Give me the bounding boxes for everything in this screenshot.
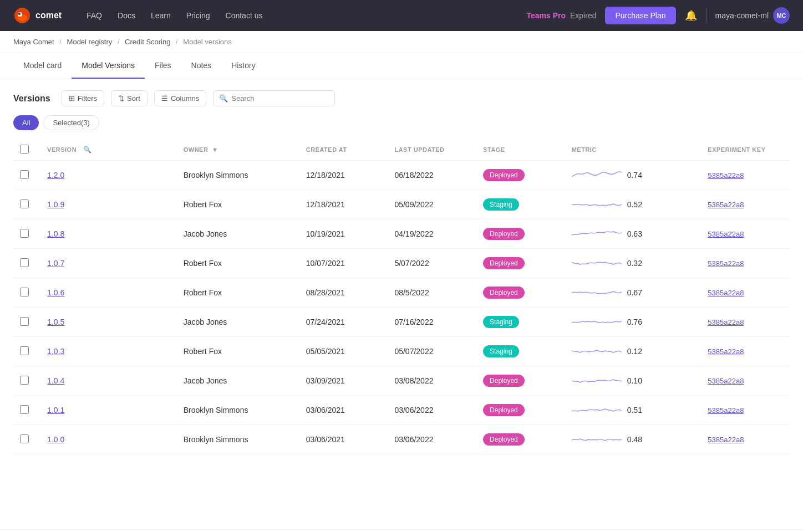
row-updated-8: 03/06/2022 <box>388 396 476 425</box>
version-link-0[interactable]: 1.2.0 <box>47 171 64 180</box>
expkey-link-9[interactable]: 5385a22a8 <box>708 436 744 444</box>
search-input[interactable] <box>231 94 329 103</box>
expkey-link-3[interactable]: 5385a22a8 <box>708 259 744 268</box>
nav-pricing[interactable]: Pricing <box>186 11 210 20</box>
row-metric-9: 0.48 <box>565 425 702 454</box>
expkey-link-4[interactable]: 5385a22a8 <box>708 289 744 297</box>
tab-notes[interactable]: Notes <box>181 53 222 79</box>
stage-badge-9: Deployed <box>483 433 525 446</box>
navbar: comet FAQ Docs Learn Pricing Contact us … <box>0 0 803 31</box>
sort-button[interactable]: ⇅ Sort <box>111 90 148 106</box>
expkey-link-8[interactable]: 5385a22a8 <box>708 406 744 415</box>
nav-learn[interactable]: Learn <box>151 11 171 20</box>
sparkline-3 <box>572 257 622 270</box>
sparkline-0 <box>572 168 622 182</box>
row-metric-0: 0.74 <box>565 161 702 190</box>
purchase-plan-button[interactable]: Purchase Plan <box>605 7 675 24</box>
expkey-link-5[interactable]: 5385a22a8 <box>708 318 744 326</box>
row-updated-4: 08/5/2022 <box>388 278 476 308</box>
version-link-9[interactable]: 1.0.0 <box>47 435 64 444</box>
version-link-1[interactable]: 1.0.9 <box>47 200 64 209</box>
row-checkbox-3[interactable] <box>20 258 29 267</box>
metric-value-1: 0.52 <box>627 200 644 209</box>
row-checkbox-2[interactable] <box>20 229 29 238</box>
row-checkbox-6[interactable] <box>20 346 29 355</box>
expkey-link-0[interactable]: 5385a22a8 <box>708 171 744 180</box>
tab-history[interactable]: History <box>221 53 266 79</box>
tab-model-versions[interactable]: Model Versions <box>72 53 145 79</box>
expkey-link-6[interactable]: 5385a22a8 <box>708 347 744 356</box>
row-updated-6: 05/07/2022 <box>388 337 476 366</box>
row-stage-1: Staging <box>476 190 565 219</box>
row-checkbox-cell <box>13 190 40 219</box>
breadcrumb-maya-comet[interactable]: Maya Comet <box>13 38 54 46</box>
row-expkey-9: 5385a22a8 <box>701 425 790 454</box>
row-checkbox-4[interactable] <box>20 288 29 296</box>
version-link-2[interactable]: 1.0.8 <box>47 229 64 238</box>
row-checkbox-9[interactable] <box>20 434 29 443</box>
breadcrumb-credit-scoring[interactable]: Credit Scoring <box>125 38 170 46</box>
version-link-5[interactable]: 1.0.5 <box>47 318 64 326</box>
row-checkbox-0[interactable] <box>20 170 29 179</box>
row-expkey-2: 5385a22a8 <box>701 219 790 249</box>
row-checkbox-cell <box>13 425 40 454</box>
search-box[interactable]: 🔍 <box>213 90 335 106</box>
row-expkey-8: 5385a22a8 <box>701 396 790 425</box>
nav-faq[interactable]: FAQ <box>87 11 102 20</box>
expkey-link-7[interactable]: 5385a22a8 <box>708 377 744 385</box>
version-link-6[interactable]: 1.0.3 <box>47 347 64 356</box>
row-created-8: 03/06/2021 <box>299 396 388 425</box>
sparkline-9 <box>572 433 622 446</box>
nav-docs[interactable]: Docs <box>118 11 135 20</box>
row-checkbox-cell <box>13 219 40 249</box>
bell-icon[interactable]: 🔔 <box>685 9 697 22</box>
metric-value-0: 0.74 <box>627 171 644 180</box>
row-owner-9: Brooklyn Simmons <box>177 425 299 454</box>
search-version-icon[interactable]: 🔍 <box>83 146 92 154</box>
row-metric-6: 0.12 <box>565 337 702 366</box>
select-all-checkbox[interactable] <box>20 145 29 154</box>
header-stage: STAGE <box>476 139 565 161</box>
filters-button[interactable]: ⊞ Filters <box>62 90 104 106</box>
sparkline-2 <box>572 227 622 241</box>
version-link-7[interactable]: 1.0.4 <box>47 376 64 385</box>
row-created-5: 07/24/2021 <box>299 308 388 337</box>
row-version-7: 1.0.4 <box>40 366 177 396</box>
row-checkbox-7[interactable] <box>20 376 29 385</box>
version-link-4[interactable]: 1.0.6 <box>47 288 64 297</box>
chip-selected[interactable]: Selected(3) <box>43 115 99 130</box>
columns-button[interactable]: ☰ Columns <box>154 90 206 106</box>
version-link-3[interactable]: 1.0.7 <box>47 259 64 268</box>
nav-contact[interactable]: Contact us <box>226 11 263 20</box>
chip-all[interactable]: All <box>13 115 39 130</box>
row-version-6: 1.0.3 <box>40 337 177 366</box>
row-version-1: 1.0.9 <box>40 190 177 219</box>
row-updated-7: 03/08/2022 <box>388 366 476 396</box>
row-checkbox-5[interactable] <box>20 317 29 326</box>
user-info[interactable]: maya-comet-ml MC <box>715 7 790 24</box>
header-owner[interactable]: OWNER ▼ <box>177 139 299 161</box>
row-checkbox-1[interactable] <box>20 200 29 208</box>
row-owner-8: Brooklyn Simmons <box>177 396 299 425</box>
row-updated-0: 06/18/2022 <box>388 161 476 190</box>
row-owner-4: Robert Fox <box>177 278 299 308</box>
tab-model-card[interactable]: Model card <box>13 53 72 79</box>
expkey-link-1[interactable]: 5385a22a8 <box>708 201 744 209</box>
columns-icon: ☰ <box>161 94 168 103</box>
table-row: 1.0.5 Jacob Jones 07/24/2021 07/16/2022 … <box>13 308 790 337</box>
breadcrumb-sep-3: / <box>176 38 178 46</box>
row-checkbox-8[interactable] <box>20 405 29 414</box>
stage-badge-4: Deployed <box>483 287 525 299</box>
sparkline-4 <box>572 286 622 299</box>
breadcrumb-model-versions: Model versions <box>183 38 231 46</box>
version-link-8[interactable]: 1.0.1 <box>47 406 64 415</box>
versions-header: Versions ⊞ Filters ⇅ Sort ☰ Columns 🔍 <box>13 90 790 106</box>
row-checkbox-cell <box>13 337 40 366</box>
header-metric: METRIC <box>565 139 702 161</box>
tab-files[interactable]: Files <box>145 53 181 79</box>
breadcrumb-model-registry[interactable]: Model registry <box>67 38 113 46</box>
table-row: 1.0.3 Robert Fox 05/05/2021 05/07/2022 S… <box>13 337 790 366</box>
row-created-6: 05/05/2021 <box>299 337 388 366</box>
expkey-link-2[interactable]: 5385a22a8 <box>708 230 744 238</box>
logo[interactable]: comet <box>13 7 69 24</box>
